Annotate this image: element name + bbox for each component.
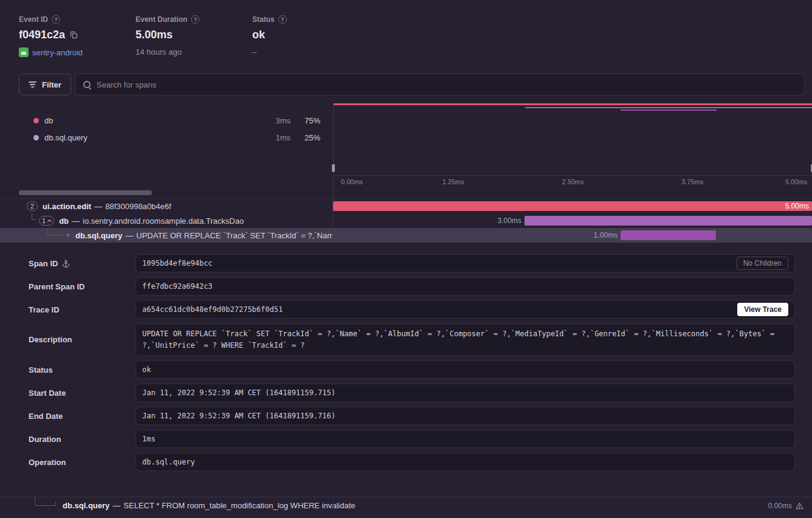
span-search [75,74,805,95]
axis-tick: 3.75ms [681,178,703,185]
minimap-span-query [621,109,716,111]
detail-row-description: UPDATE OR REPLACE `Track` SET `TrackId` … [136,323,795,356]
project-link[interactable]: sentry-android [32,48,83,57]
span-op: db.sql.query [75,231,122,240]
detail-value: UPDATE OR REPLACE `Track` SET `TrackId` … [142,328,788,351]
search-input[interactable] [97,80,796,89]
span-row-db[interactable]: 1 db — io.sentry.android.roomsample.data… [0,213,812,228]
span-toggle-badge[interactable]: 1 [39,216,54,226]
op-color-dot [33,135,39,140]
toolbar: Filter [19,74,805,95]
event-duration-value: 5.00ms [136,29,173,41]
axis-tick: 1.25ms [442,178,464,185]
help-icon[interactable]: ? [278,15,287,24]
status-label: Status [252,15,275,24]
detail-label: Duration [29,435,61,444]
detail-value: ffe7dbc92a6942c3 [142,282,788,291]
time-axis: 0.00ms 1.25ms 2.50ms 3.75ms 5.00ms [334,175,812,187]
filter-icon [29,81,36,88]
detail-label: Description [29,335,72,344]
legend-op: db [44,116,53,125]
horizontal-scrollbar[interactable] [19,190,152,195]
tree-connector [32,213,36,220]
tree-connector [47,228,64,235]
detail-row-trace-id: a654cc61dc0b48ef9d0b27275b6f0d51 View Tr… [136,300,795,319]
span-count-badge[interactable]: 2 [27,201,38,211]
tree-scrollbar-row [0,187,812,199]
detail-row-end-date: Jan 11, 2022 9:52:39 AM CET (1641891159.… [136,407,795,425]
op-color-dot [33,118,39,123]
detail-label: End Date [29,412,63,421]
axis-tick: 5.00ms [785,178,807,185]
span-duration: 3.00ms [497,213,521,228]
span-bar[interactable] [621,230,716,240]
android-platform-icon [19,47,29,57]
span-op: db [59,216,69,226]
detail-value: ok [142,365,788,374]
detail-value: 1ms [142,435,788,443]
axis-tick: 0.00ms [341,178,363,185]
tree-connector-hook [55,502,56,506]
legend-row: db 3ms 75% [33,112,320,129]
axis-tick: 2.50ms [562,178,583,185]
detail-row-operation: db.sql.query [136,453,795,471]
separator: — [94,202,102,211]
chevron-up-icon [47,219,52,223]
detail-row-duration: 1ms [136,430,795,448]
minimap-span-db [525,107,812,108]
separator: — [72,216,80,226]
legend-row: db.sql.query 1ms 25% [33,129,320,146]
help-icon[interactable]: ? [191,15,199,24]
tree-connector [35,497,56,506]
span-duration: 0.00ms [768,502,792,510]
op-breakdown-legend: db 3ms 75% db.sql.query 1ms 25% [0,103,333,187]
separator: — [112,501,120,510]
copy-icon[interactable] [70,31,78,39]
event-header: Event ID ? f0491c2a sentry-android Event… [0,0,812,70]
event-duration-label: Event Duration [136,15,187,24]
span-bar[interactable]: 5.00ms [333,201,812,211]
detail-value: Jan 11, 2022 9:52:39 AM CET (1641891159.… [142,388,788,397]
span-duration: 1.00ms [594,228,618,243]
detail-row-parent-span-id: ffe7dbc92a6942c3 [136,277,795,295]
minimap-left-handle[interactable] [331,164,335,173]
detail-row-start-date: Jan 11, 2022 9:52:39 AM CET (1641891159.… [136,384,795,402]
view-trace-button[interactable]: View Trace [737,303,788,316]
tree-leaf-dot [66,233,69,237]
detail-value: 1095bd4ef8e94bcc [142,259,729,268]
separator: — [125,231,133,240]
span-tree: 2 ui.action.edit — 88f300998a0b4e6f 5.00… [0,199,812,243]
span-row-select-query[interactable]: db.sql.query — SELECT * FROM room_table_… [0,497,812,514]
detail-label: Start Date [29,388,66,398]
span-desc: io.sentry.android.roomsample.data.Tracks… [83,216,244,226]
span-duration: 5.00ms [785,201,809,211]
span-row-db-sql-query-selected[interactable]: db.sql.query — UPDATE OR REPLACE `Track`… [0,228,812,243]
span-row-ui-action-edit[interactable]: 2 ui.action.edit — 88f300998a0b4e6f 5.00… [0,199,812,213]
span-op: db.sql.query [63,501,109,510]
event-id-value: f0491c2a [19,29,65,41]
legend-duration: 1ms [275,133,291,142]
detail-label: Operation [29,458,66,467]
filter-button-label: Filter [42,80,61,89]
minimap-section: db 3ms 75% db.sql.query 1ms 25% 0.00ms 1… [0,103,812,187]
minimap-chart[interactable]: 0.00ms 1.25ms 2.50ms 3.75ms 5.00ms [333,103,812,187]
minimap-span-root [334,103,812,105]
filter-button[interactable]: Filter [19,74,71,95]
help-icon[interactable]: ? [52,15,60,24]
legend-op: db.sql.query [44,133,88,142]
span-desc: 88f300998a0b4e6f [105,202,171,211]
event-duration-column: Event Duration ? 5.00ms 14 hours ago [136,15,252,70]
status-value: ok [252,29,265,41]
anchor-icon[interactable] [62,260,70,268]
status-column: Status ? ok – [252,15,369,70]
span-desc: UPDATE OR REPLACE `Track` SET `TrackId` … [136,231,333,240]
legend-percent: 75% [296,116,320,125]
legend-percent: 25% [296,133,320,142]
detail-value: a654cc61dc0b48ef9d0b27275b6f0d51 [142,305,730,314]
event-id-label: Event ID [19,15,48,24]
detail-label: Status [29,365,53,375]
detail-value: db.sql.query [142,458,788,466]
no-children-button[interactable]: No Children [737,257,788,270]
span-bar[interactable] [525,216,812,226]
span-op: ui.action.edit [43,202,91,211]
